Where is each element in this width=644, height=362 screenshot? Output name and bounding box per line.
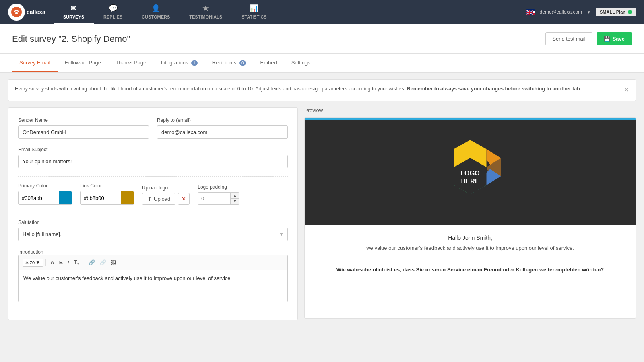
info-text: Every survey starts with a voting about … — [15, 85, 581, 93]
email-subject-group: Email Subject — [18, 147, 288, 168]
divider-1 — [18, 176, 288, 177]
preview-side: Preview — [304, 107, 636, 320]
preview-body-text: we value our customer's feedback and act… — [314, 244, 626, 253]
tab-follow-up[interactable]: Follow-up Page — [58, 54, 108, 72]
nav-customers-label: CUSTOMERS — [142, 14, 170, 19]
upload-logo-label: Upload logo — [142, 185, 190, 191]
link-color-wrap — [80, 191, 134, 205]
nav-customers[interactable]: 👤 CUSTOMERS — [132, 0, 180, 24]
page-title: Edit survey "2. Shopify Demo" — [12, 34, 130, 44]
salutation-select[interactable]: Hello [full name]. Dear [full name], Hi … — [18, 228, 288, 241]
save-icon: 💾 — [604, 36, 610, 42]
nav-testimonials[interactable]: ★ TESTIMONIALS — [180, 0, 232, 24]
customers-icon: 👤 — [151, 4, 160, 13]
padding-spinners: ▲ ▼ — [230, 193, 239, 204]
logo-text: callexa — [27, 9, 45, 15]
link-color-input[interactable] — [80, 192, 121, 204]
statistics-icon: 📊 — [250, 4, 258, 13]
tab-embed[interactable]: Embed — [253, 54, 284, 72]
link-color-swatch[interactable] — [121, 191, 134, 204]
toolbar-bold[interactable]: B — [57, 258, 65, 267]
email-subject-input[interactable] — [18, 155, 288, 168]
tab-thanks-page[interactable]: Thanks Page — [108, 54, 154, 72]
padding-increment[interactable]: ▲ — [231, 193, 239, 199]
toolbar-image[interactable]: 🖼 — [109, 258, 118, 267]
svg-text:LOGO: LOGO — [460, 169, 480, 177]
tab-settings[interactable]: Settings — [284, 54, 318, 72]
sender-name-group: Sender Name — [18, 117, 149, 139]
link-color-group: Link Color — [80, 183, 134, 205]
logo-area: callexa — [0, 0, 54, 24]
salutation-label: Salutation — [18, 220, 288, 225]
info-banner-close[interactable]: ✕ — [624, 85, 629, 95]
sender-reply-row: Sender Name Reply to (email) — [18, 117, 288, 139]
toolbar-divider-1 — [45, 259, 46, 266]
color-logo-row: Primary Color Link Color Upload logo — [18, 183, 288, 205]
toolbar-strikethrough[interactable]: Tx — [72, 258, 81, 267]
nav-surveys-label: SURVEYS — [63, 14, 84, 19]
flag-icon: 🇬🇧 — [526, 9, 535, 15]
intro-editor[interactable]: We value our customer's feedback and act… — [18, 270, 288, 302]
padding-decrement[interactable]: ▼ — [231, 199, 239, 204]
logo-padding-input[interactable] — [198, 193, 230, 204]
upload-icon: ⬆ — [147, 196, 152, 202]
form-side: Sender Name Reply to (email) Email Subje… — [8, 107, 298, 320]
plan-label: SMALL Plan — [600, 10, 625, 14]
primary-color-label: Primary Color — [18, 183, 72, 189]
sender-name-input[interactable] — [18, 125, 149, 139]
reply-to-label: Reply to (email) — [157, 117, 288, 123]
upload-wrap: ⬆ Upload ✕ — [142, 193, 190, 205]
testimonials-icon: ★ — [202, 4, 209, 13]
logo-circle — [8, 4, 25, 21]
user-menu-arrow[interactable]: ▼ — [587, 10, 591, 14]
integrations-badge: 1 — [191, 60, 198, 66]
recipients-badge: 0 — [239, 60, 246, 66]
main-content: Sender Name Reply to (email) Email Subje… — [0, 101, 644, 328]
primary-color-group: Primary Color — [18, 183, 72, 205]
padding-input-wrap: ▲ ▼ — [198, 192, 239, 205]
svg-text:HERE: HERE — [461, 177, 479, 185]
page-actions: Send test mail 💾 Save — [545, 32, 632, 45]
tab-recipients[interactable]: Recipients 0 — [205, 54, 253, 72]
tabs-bar: Survey Email Follow-up Page Thanks Page … — [0, 54, 644, 73]
save-button[interactable]: 💾 Save — [597, 32, 632, 45]
preview-body: Hallo John Smith, we value our customer'… — [305, 225, 636, 283]
toolbar-italic[interactable]: I — [66, 258, 71, 267]
clear-logo-button[interactable]: ✕ — [178, 193, 190, 205]
plan-status-dot — [628, 10, 632, 14]
upload-button[interactable]: ⬆ Upload — [142, 193, 175, 205]
preview-divider — [314, 259, 626, 259]
intro-label: Introduction — [18, 249, 43, 255]
preview-logo-svg: LOGO HERE — [434, 136, 506, 209]
preview-label: Preview — [304, 107, 636, 113]
send-test-button[interactable]: Send test mail — [545, 32, 592, 45]
toolbar-font-color[interactable]: A — [48, 258, 56, 267]
size-arrow: ▼ — [35, 260, 40, 265]
divider-2 — [18, 213, 288, 213]
toolbar-link[interactable]: 🔗 — [87, 258, 97, 267]
preview-question: Wie wahrscheinlich ist es, dass Sie unse… — [314, 266, 626, 274]
preview-card: LOGO HERE Hallo John Smith, we value our… — [304, 117, 636, 319]
nav-statistics[interactable]: 📊 STATISTICS — [232, 0, 277, 24]
svg-point-1 — [15, 12, 18, 14]
toolbar-divider-2 — [84, 259, 84, 266]
logo-upload-group: Upload logo ⬆ Upload ✕ — [142, 185, 190, 205]
info-banner: Every survey starts with a voting about … — [8, 79, 636, 101]
nav-replies[interactable]: 💬 REPLIES — [94, 0, 132, 24]
tab-integrations[interactable]: Integrations 1 — [154, 54, 205, 72]
editor-toolbar: Size ▼ A B I Tx 🔗 🔗 🖼 — [18, 255, 288, 270]
reply-to-group: Reply to (email) — [157, 117, 288, 139]
user-email: demo@callexa.com — [540, 9, 582, 15]
size-select[interactable]: Size ▼ — [23, 259, 43, 267]
tab-survey-email[interactable]: Survey Email — [12, 54, 58, 72]
page-header: Edit survey "2. Shopify Demo" Send test … — [0, 24, 644, 54]
primary-color-input[interactable] — [19, 192, 59, 204]
intro-group: Introduction Size ▼ A B I Tx 🔗 🔗 🖼 We va… — [18, 249, 288, 302]
reply-to-input[interactable] — [157, 125, 288, 139]
email-subject-label: Email Subject — [18, 147, 288, 152]
nav-right: 🇬🇧 demo@callexa.com ▼ SMALL Plan — [518, 0, 644, 24]
primary-color-swatch[interactable] — [59, 191, 72, 204]
toolbar-unlink[interactable]: 🔗 — [98, 258, 108, 267]
salutation-group: Salutation Hello [full name]. Dear [full… — [18, 220, 288, 241]
nav-surveys[interactable]: ✉ SURVEYS — [54, 0, 94, 24]
